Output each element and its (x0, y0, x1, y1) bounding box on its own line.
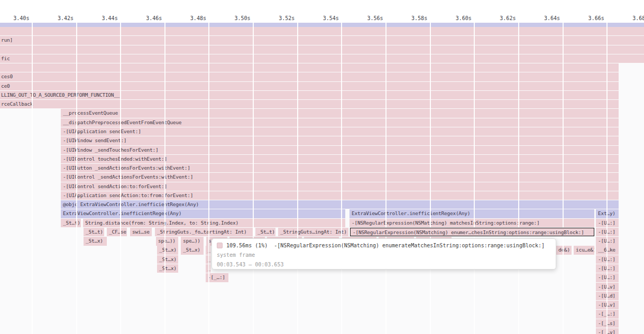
flame-block[interactable]: fic (0, 54, 644, 63)
flame-block[interactable] (0, 27, 644, 35)
flame-block[interactable]: swi…se (130, 228, 152, 236)
ruler-tick-label: 3.44s (86, 15, 118, 22)
flame-block[interactable]: -[UIControl touchesEnded:withEvent:] (61, 155, 619, 163)
time-gridline (518, 23, 519, 334)
flame-block[interactable] (0, 63, 619, 72)
flame-block[interactable]: _St…t) (255, 228, 275, 236)
ruler-tick-label: 3.68s (617, 15, 644, 22)
flame-block[interactable]: -[UIWindow _sendTouchesForEvent:] (61, 146, 619, 154)
flame-block[interactable]: _StringGuts…ingAt: Int) (278, 228, 348, 236)
ruler-tick-label: 3.50s (219, 15, 251, 22)
time-gridline (253, 23, 254, 334)
tooltip-time-range: 00:03.543 — 00:03.653 (217, 261, 553, 268)
time-gridline (164, 23, 165, 334)
ruler-tick-label: 3.60s (440, 15, 472, 22)
flame-block[interactable]: __processEventQueue (61, 109, 619, 117)
frame-tooltip: 109.56ms (1%) -[NSRegularExpression(NSMa… (211, 238, 556, 270)
ruler-tick-label: 3.64s (528, 15, 560, 22)
flame-block[interactable]: -[UIApplication sendAction:to:from:forEv… (61, 191, 619, 200)
flame-block[interactable]: _St…x) (181, 246, 204, 254)
flame-block[interactable]: _StringGuts._fo…tartingAt: Int) (155, 228, 253, 236)
flame-block[interactable]: @objc ExtraViewController.inefficientReg… (61, 200, 619, 209)
flame-block[interactable]: -[UIWindow sendEvent:] (61, 136, 619, 145)
ruler-tick-label: 3.46s (130, 15, 162, 22)
flame-block[interactable] (0, 45, 644, 54)
tooltip-frame-kind: system frame (217, 252, 553, 258)
selected-flame-block[interactable]: -[NSRegularExpression(NSMatching) enumer… (350, 228, 594, 236)
time-gridline (208, 23, 209, 334)
flame-block[interactable]: run] (0, 36, 644, 44)
time-gridline (430, 23, 431, 334)
flame-block[interactable]: -[UIControl _sendActionsForEvents:withEv… (61, 173, 619, 181)
timeline-ruler[interactable]: 3.40s3.42s3.44s3.46s3.48s3.50s3.52s3.54s… (0, 0, 644, 23)
flame-block[interactable]: -[UIControl sendAction:to:forEvent:] (61, 182, 619, 191)
time-gridline (120, 23, 121, 334)
frame-color-swatch-icon (217, 243, 223, 248)
time-gridline (385, 23, 387, 334)
ruler-tick-label: 3.48s (174, 15, 206, 22)
time-gridline (606, 23, 608, 334)
flame-block[interactable]: _CF…se (107, 228, 127, 236)
ruler-tick-label: 3.58s (395, 15, 427, 22)
flame-block[interactable]: _St…x) (157, 246, 178, 254)
ruler-tick-label: 3.56s (352, 15, 383, 22)
ruler-tick-label: 3.66s (573, 15, 604, 22)
timeline-track-strip (0, 23, 644, 27)
ruler-tick-label: 3.42s (42, 15, 73, 22)
flame-block[interactable]: spe…)) (181, 237, 204, 245)
flame-block[interactable]: ce0 (0, 82, 619, 90)
flame-block[interactable]: -[UIButton _sendActionsForEvents:withEve… (61, 164, 619, 172)
flame-block[interactable]: LLING_OUT_TO_A_SOURCE0_PERFORM_FUNCTION_… (0, 91, 619, 99)
flame-block[interactable]: _St…t) (61, 219, 81, 227)
flame-block[interactable]: _St…x) (84, 237, 107, 245)
flame-block[interactable]: icu…e&) (574, 246, 594, 254)
time-gridline (297, 23, 298, 334)
flame-block[interactable]: spe…)) (156, 237, 178, 245)
flame-block[interactable]: ExtraViewController.inefficientRegex(Any… (61, 209, 345, 218)
flame-block[interactable]: ces0 (0, 72, 619, 81)
ruler-tick-label: 3.62s (484, 15, 516, 22)
flame-block[interactable]: -[UIApplication sendEvent:] (61, 127, 619, 136)
flame-block[interactable]: _St…x) (157, 255, 178, 264)
ruler-tick-label: 3.52s (263, 15, 295, 22)
time-gridline (563, 23, 564, 334)
instruments-flame-chart-view: 3.40s3.42s3.44s3.46s3.48s3.50s3.52s3.54s… (0, 0, 644, 334)
flame-block[interactable]: String.distance(from: String.Index, to: … (83, 219, 345, 227)
ruler-tick-label: 3.54s (307, 15, 339, 22)
time-gridline (341, 23, 342, 334)
flame-block[interactable]: _St…x) (157, 264, 178, 273)
time-gridline (76, 23, 77, 334)
tooltip-duration-and-symbol: 109.56ms (1%) -[NSRegularExpression(NSMa… (226, 242, 553, 249)
flame-block[interactable]: rceCallback (0, 100, 619, 108)
time-gridline (474, 23, 475, 334)
time-gridline (32, 23, 33, 334)
flame-block[interactable]: _St…t) (84, 228, 104, 236)
ruler-tick-label: 3.40s (0, 15, 29, 22)
flame-block[interactable]: __dispatchPreprocessedEventFromEventQueu… (61, 118, 619, 127)
